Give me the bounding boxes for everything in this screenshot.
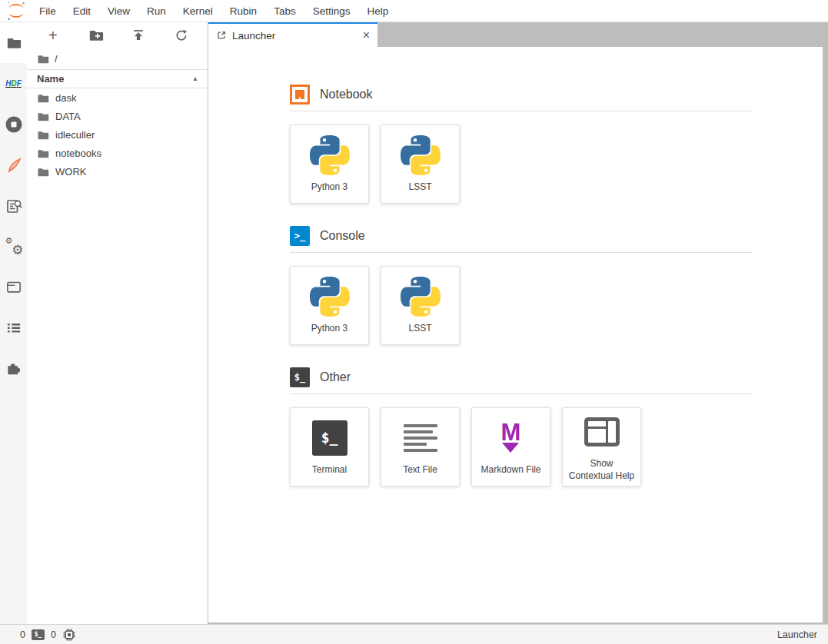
hdf5-icon: HDF	[5, 79, 22, 88]
menu-rubin[interactable]: Rubin	[221, 0, 265, 22]
launcher-card-markdown-file[interactable]: M Markdown File	[471, 407, 550, 486]
card-row: $_ Terminal Text File	[290, 407, 823, 486]
running-sessions-icon	[5, 116, 22, 133]
file-item-label: dask	[55, 92, 76, 104]
launcher-card-console-python3[interactable]: Python 3	[290, 266, 369, 345]
window-icon	[6, 281, 22, 294]
menu-bar: File Edit View Run Kernel Rubin Tabs Set…	[0, 0, 828, 22]
card-row: Python 3 LSST	[290, 266, 823, 345]
folder-icon	[37, 148, 49, 158]
menu-run[interactable]: Run	[138, 0, 175, 22]
folder-icon	[37, 111, 49, 121]
console-icon: >_	[290, 226, 310, 246]
new-folder-icon	[88, 28, 104, 41]
menu-file[interactable]: File	[31, 0, 65, 22]
python-logo-icon	[310, 277, 350, 317]
terminal-count: 0	[20, 629, 25, 640]
launcher-card-text-file[interactable]: Text File	[381, 407, 460, 486]
file-item-label: notebooks	[55, 148, 101, 159]
launcher-card-notebook-lsst[interactable]: LSST	[381, 124, 460, 204]
tab-label: Launcher	[232, 30, 275, 41]
upload-icon	[131, 28, 145, 41]
new-launcher-button[interactable]: +	[40, 25, 66, 45]
file-browser-toolbar: +	[27, 22, 208, 48]
jupyter-logo-icon	[6, 1, 26, 21]
file-item-idleculler[interactable]: idleculler	[27, 125, 208, 144]
kernel-terminal-status[interactable]: 0 $_ 0	[20, 628, 76, 642]
upload-button[interactable]	[125, 25, 151, 45]
menu-settings[interactable]: Settings	[304, 0, 359, 22]
terminal-icon: $_	[312, 418, 347, 458]
file-item-data[interactable]: DATA	[27, 107, 208, 125]
sidebar-tab-table-of-contents[interactable]	[0, 307, 27, 348]
launcher-section-console: >_ Console Python 3	[290, 226, 823, 345]
card-label: Terminal	[312, 464, 347, 476]
file-item-work[interactable]: WORK	[27, 162, 208, 181]
tab-close-icon[interactable]: ×	[363, 29, 370, 41]
breadcrumb-root[interactable]: /	[55, 53, 58, 65]
menu-kernel[interactable]: Kernel	[175, 0, 221, 22]
sidebar-tab-firefly[interactable]	[0, 144, 27, 185]
launcher-card-contextual-help[interactable]: Show Contextual Help	[562, 407, 641, 486]
sidebar-tab-window[interactable]	[0, 267, 27, 307]
jupyterlab-app: File Edit View Run Kernel Rubin Tabs Set…	[0, 0, 828, 644]
folder-icon	[37, 93, 49, 103]
card-label: Python 3	[311, 323, 347, 335]
file-list: dask DATA idleculler notebooks WORK	[27, 88, 208, 624]
file-item-notebooks[interactable]: notebooks	[27, 144, 208, 162]
menu-tabs[interactable]: Tabs	[265, 0, 304, 22]
breadcrumb: /	[27, 48, 208, 69]
folder-icon	[37, 167, 49, 177]
menu-view[interactable]: View	[99, 0, 138, 22]
sidebar-tab-file-browser[interactable]	[0, 22, 27, 63]
notebook-icon	[290, 85, 310, 105]
plus-icon: +	[48, 28, 58, 43]
launcher-card-notebook-python3[interactable]: Python 3	[290, 124, 369, 204]
sidebar-tab-inspector[interactable]	[0, 185, 27, 226]
new-folder-button[interactable]	[83, 25, 109, 45]
text-file-icon	[404, 418, 437, 458]
card-label: Python 3	[311, 181, 347, 194]
file-item-label: WORK	[55, 166, 86, 178]
file-item-label: idleculler	[55, 129, 95, 141]
gears-icon: ⚙ ⚙	[5, 238, 22, 255]
python-logo-icon	[310, 135, 350, 175]
sidebar-tab-hdf5[interactable]: HDF	[0, 63, 27, 104]
main-area: Launcher × Notebook	[208, 22, 828, 624]
firefly-feather-icon	[5, 157, 22, 174]
activity-bar: HDF	[0, 22, 27, 624]
sidebar-tab-running-sessions[interactable]	[0, 104, 27, 144]
section-header: Notebook	[290, 85, 823, 105]
card-label: LSST	[408, 181, 431, 194]
list-icon	[6, 321, 22, 334]
status-bar: 0 $_ 0 Launcher	[0, 624, 828, 644]
menu-help[interactable]: Help	[358, 0, 397, 22]
refresh-button[interactable]	[168, 25, 195, 45]
section-title: Notebook	[320, 88, 373, 101]
name-column-label: Name	[37, 73, 64, 85]
sidebar-tab-extensions[interactable]	[0, 348, 27, 389]
launcher-icon	[216, 30, 227, 41]
name-column-header[interactable]: Name ▲	[27, 69, 208, 88]
menu-edit[interactable]: Edit	[65, 0, 99, 22]
home-folder-icon[interactable]	[37, 54, 49, 64]
document-search-icon	[5, 198, 22, 214]
file-item-label: DATA	[55, 111, 81, 122]
mode-indicator: Launcher	[777, 629, 817, 640]
launcher-card-terminal[interactable]: $_ Terminal	[290, 407, 369, 486]
contextual-help-icon	[584, 412, 620, 452]
terminal-status-icon: $_	[32, 629, 45, 640]
file-browser-panel: +	[27, 22, 208, 624]
card-label: Text File	[403, 464, 437, 476]
card-row: Python 3 LSST	[290, 124, 823, 204]
refresh-icon	[175, 28, 188, 42]
section-title: Console	[320, 229, 365, 243]
file-item-dask[interactable]: dask	[27, 88, 208, 107]
sidebar-tab-tools[interactable]: ⚙ ⚙	[0, 226, 27, 267]
card-label: Show Contextual Help	[569, 458, 634, 482]
launcher-section-notebook: Notebook Python 3	[290, 85, 823, 204]
launcher-card-console-lsst[interactable]: LSST	[381, 266, 460, 345]
kernel-count: 0	[51, 629, 56, 640]
tab-launcher[interactable]: Launcher ×	[208, 22, 377, 47]
sort-ascending-icon: ▲	[192, 75, 198, 82]
